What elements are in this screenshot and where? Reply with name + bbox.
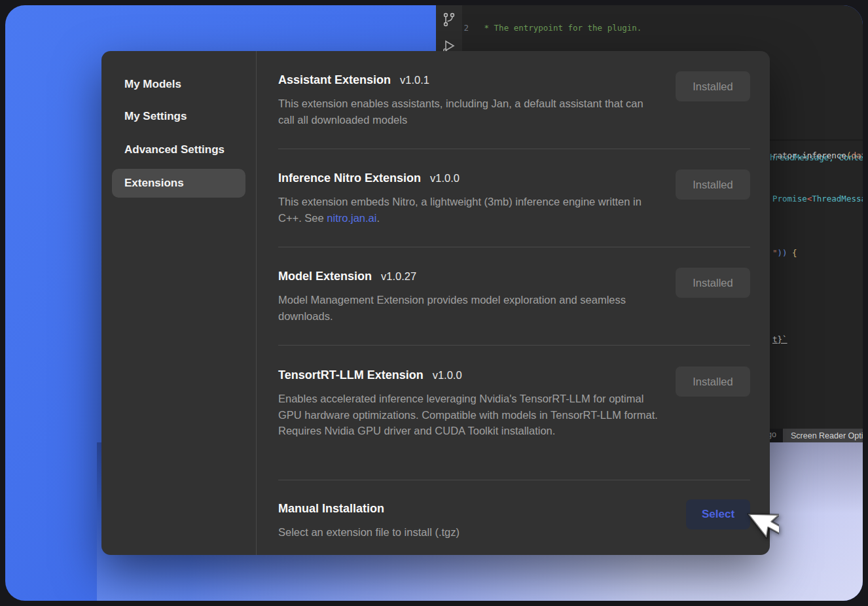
manual-installation-title-row: Manual Installation	[278, 500, 460, 517]
sidebar-item-advanced-settings[interactable]: Advanced Settings	[124, 143, 225, 156]
code-line: 2 * The entrypoint for the plugin.	[436, 23, 863, 34]
extension-item-model: Model Extension v1.0.27 Model Management…	[278, 268, 661, 324]
description-text: .	[376, 212, 380, 224]
settings-panel: My Models My Settings Advanced Settings …	[101, 51, 770, 555]
installed-button[interactable]: Installed	[676, 169, 750, 200]
manual-installation-title: Manual Installation	[278, 500, 384, 517]
extension-title: Assistant Extension	[278, 71, 391, 88]
sidebar-item-extensions-active[interactable]: Extensions	[112, 169, 245, 198]
sidebar-item-my-settings[interactable]: My Settings	[124, 110, 187, 123]
extension-title: TensortRT-LLM Extension	[278, 366, 424, 383]
extension-description: Model Management Extension provides mode…	[278, 292, 661, 324]
manual-installation-row: Manual Installation Select an extension …	[278, 500, 460, 541]
divider	[278, 247, 750, 247]
extension-version: v1.0.0	[433, 366, 462, 383]
settings-sidebar: My Models My Settings Advanced Settings …	[101, 51, 257, 555]
divider	[278, 480, 750, 480]
extension-item-inference-nitro: Inference Nitro Extension v1.0.0 This ex…	[278, 169, 661, 226]
code-fragment: t}`	[772, 334, 787, 344]
extension-item-assistant: Assistant Extension v1.0.1 This extensio…	[278, 71, 661, 128]
code-fragment: Promise<ThreadMessage>	[772, 194, 863, 204]
extension-version: v1.0.27	[381, 268, 416, 285]
extension-title-row: Assistant Extension v1.0.1	[278, 71, 661, 88]
installed-button[interactable]: Installed	[676, 366, 750, 397]
extension-title-row: TensortRT-LLM Extension v1.0.0	[278, 366, 661, 383]
marketing-screenshot-canvas: 2 * The entrypoint for the plugin. 3 */ …	[0, 0, 868, 606]
sidebar-item-my-models[interactable]: My Models	[124, 78, 181, 91]
manual-installation-description: Select an extension file to install (.tg…	[278, 524, 460, 541]
extension-description: This extension embeds Nitro, a lightweig…	[278, 194, 661, 226]
extension-version: v1.0.1	[400, 71, 429, 88]
extension-version: v1.0.0	[430, 169, 460, 187]
nitro-jan-ai-link[interactable]: nitro.jan.ai	[327, 212, 376, 224]
extension-title: Model Extension	[278, 268, 372, 285]
git-branch-icon	[441, 12, 457, 27]
extension-description: Enables accelerated inference leveraging…	[278, 391, 661, 439]
extension-title-row: Inference Nitro Extension v1.0.0	[278, 169, 661, 187]
divider	[278, 149, 750, 149]
extensions-list: Assistant Extension v1.0.1 This extensio…	[278, 51, 750, 555]
extension-title-row: Model Extension v1.0.27	[278, 268, 661, 285]
divider	[278, 345, 750, 346]
extension-item-tensorrt-llm: TensortRT-LLM Extension v1.0.0 Enables a…	[278, 366, 661, 439]
code-text: * The entrypoint for the plugin.	[479, 23, 642, 34]
screen-reader-status-chip: Screen Reader Optimized	[783, 429, 863, 442]
extension-description: This extension enables assistants, inclu…	[278, 96, 661, 128]
installed-button[interactable]: Installed	[676, 71, 750, 101]
select-file-button[interactable]: Select	[686, 499, 750, 529]
installed-button[interactable]: Installed	[676, 268, 750, 298]
sidebar-item-label: Extensions	[124, 177, 184, 190]
code-fragment: ")) {	[772, 248, 797, 258]
extension-title: Inference Nitro Extension	[278, 169, 421, 187]
code-fragment: rator.inference(data));	[772, 151, 863, 160]
